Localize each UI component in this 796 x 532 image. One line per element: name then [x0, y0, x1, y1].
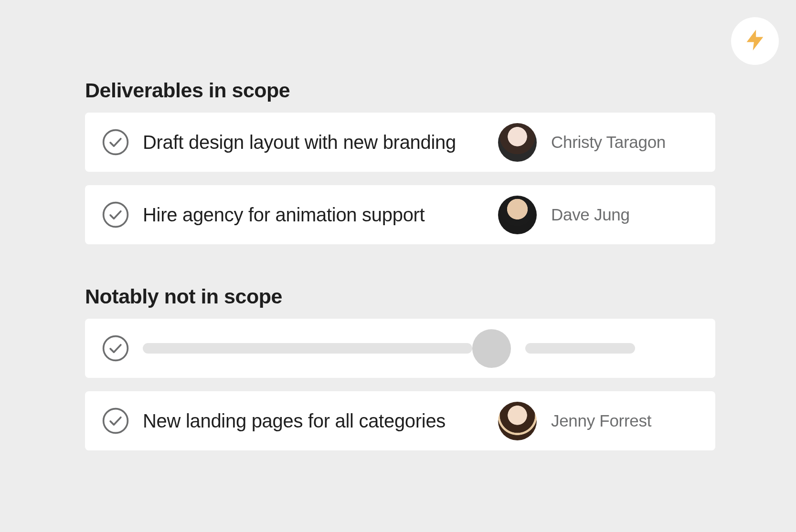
task-title: Hire agency for animation support — [143, 204, 498, 226]
task-row[interactable]: Draft design layout with new branding Ch… — [85, 113, 715, 172]
task-title-placeholder — [143, 343, 472, 354]
section-heading: Notably not in scope — [85, 285, 715, 308]
complete-task-checkbox[interactable] — [102, 407, 129, 435]
check-circle-icon — [102, 407, 129, 435]
complete-task-checkbox[interactable] — [102, 128, 129, 156]
assignee-name: Jenny Forrest — [551, 411, 651, 430]
svg-point-3 — [104, 409, 128, 433]
assignee-block-placeholder — [472, 329, 673, 368]
task-row-placeholder[interactable] — [85, 319, 715, 378]
avatar — [498, 402, 537, 440]
avatar-placeholder — [472, 329, 511, 368]
svg-point-2 — [104, 336, 128, 361]
assignee-block[interactable]: Christy Taragon — [498, 123, 699, 162]
section-deliverables-in-scope: Deliverables in scope Draft design layou… — [85, 79, 715, 244]
svg-point-0 — [104, 130, 128, 155]
assignee-name: Dave Jung — [551, 205, 630, 224]
automation-fab-button[interactable] — [731, 17, 779, 65]
section-heading: Deliverables in scope — [85, 79, 715, 102]
task-row[interactable]: Hire agency for animation support Dave J… — [85, 185, 715, 244]
check-circle-icon — [102, 201, 129, 229]
assignee-name-placeholder — [525, 343, 635, 354]
task-title: New landing pages for all categories — [143, 410, 498, 432]
complete-task-checkbox[interactable] — [102, 334, 129, 362]
assignee-block[interactable]: Dave Jung — [498, 196, 699, 234]
avatar — [498, 196, 537, 234]
task-sections-container: Deliverables in scope Draft design layou… — [85, 79, 715, 491]
task-row[interactable]: New landing pages for all categories Jen… — [85, 391, 715, 450]
check-circle-icon — [102, 334, 129, 362]
assignee-block[interactable]: Jenny Forrest — [498, 402, 699, 440]
svg-point-1 — [104, 203, 128, 227]
lightning-icon — [743, 28, 767, 54]
task-title: Draft design layout with new branding — [143, 132, 498, 153]
section-notably-not-in-scope: Notably not in scope New landi — [85, 285, 715, 450]
check-circle-icon — [102, 128, 129, 156]
complete-task-checkbox[interactable] — [102, 201, 129, 229]
avatar — [498, 123, 537, 162]
assignee-name: Christy Taragon — [551, 133, 666, 152]
